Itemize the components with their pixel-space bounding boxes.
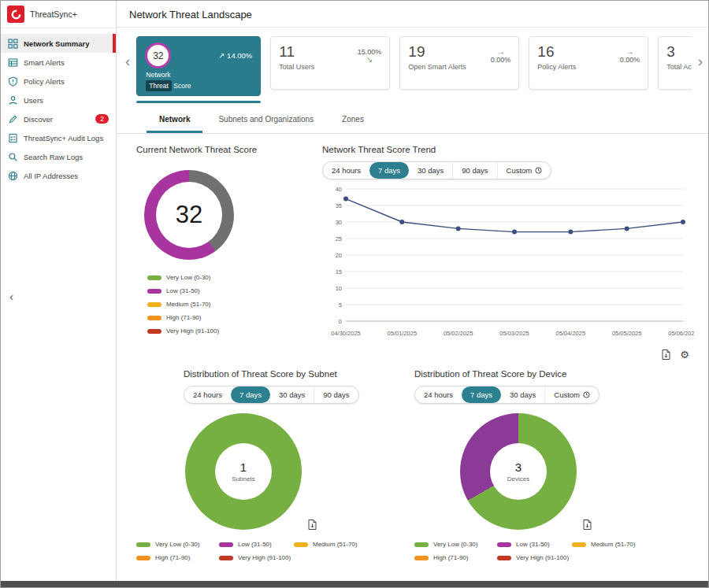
legend-swatch xyxy=(136,556,150,560)
sidebar-item-all-ip-addresses[interactable]: All IP Addresses xyxy=(1,166,116,185)
export-report-icon[interactable] xyxy=(583,520,592,530)
svg-text:05/05/2025: 05/05/2025 xyxy=(612,330,642,337)
time-range-24-hours[interactable]: 24 hours xyxy=(323,162,369,179)
time-range-custom[interactable]: Custom xyxy=(497,162,551,179)
current-threat-score-section: Current Network Threat Score 32 Very Low… xyxy=(136,145,303,360)
search-icon xyxy=(8,152,18,162)
section-title: Distribution of Threat Score by Device xyxy=(414,369,694,379)
card-policy-alerts[interactable]: 16 Policy Alerts →0.00% xyxy=(529,36,648,90)
pencil-icon xyxy=(8,114,18,124)
svg-text:20: 20 xyxy=(336,252,342,259)
threat-score-legend: Very Low (0-30) Low (31-50) Medium (51-7… xyxy=(147,274,303,335)
svg-text:35: 35 xyxy=(336,202,342,209)
legend-item: High (71-90) xyxy=(414,554,497,561)
sidebar-item-label: Network Summary xyxy=(24,39,89,48)
carousel-left-icon[interactable]: ‹ xyxy=(123,36,132,86)
legend-item: Very High (91-100) xyxy=(219,554,294,561)
sidebar-item-label: ThreatSync+ Audit Logs xyxy=(24,134,103,142)
export-report-icon[interactable] xyxy=(308,520,317,530)
settings-gear-icon[interactable]: ⚙ xyxy=(680,349,689,360)
time-range-30-days[interactable]: 30 days xyxy=(270,386,314,403)
card-label: Total Active Devices xyxy=(666,63,691,72)
time-range-30-days[interactable]: 30 days xyxy=(409,162,452,179)
time-range-7-days[interactable]: 7 days xyxy=(231,386,270,403)
sidebar-item-label: Discover xyxy=(24,115,53,124)
device-legend: Very Low (0-30) Low (31-50) Medium (51-7… xyxy=(414,541,694,561)
clock-icon xyxy=(583,391,590,398)
device-donut-center: 3 Devices xyxy=(507,460,529,483)
time-range-24-hours[interactable]: 24 hours xyxy=(415,386,462,403)
device-donut: 3 Devices xyxy=(460,413,577,530)
section-title: Current Network Threat Score xyxy=(136,145,303,154)
sidebar-item-label: Users xyxy=(24,96,43,105)
card-network-threat-score[interactable]: 32 ↗14.00% Network Threat Score xyxy=(136,36,261,96)
threat-score-trend-section: Network Threat Score Trend 24 hours 7 da… xyxy=(322,145,694,360)
user-icon xyxy=(8,95,18,105)
sidebar-item-label: Smart Alerts xyxy=(24,58,65,67)
legend-item: High (71-90) xyxy=(147,314,303,321)
trend-flat-icon: → xyxy=(491,48,511,56)
svg-text:30: 30 xyxy=(336,219,342,226)
time-range-7-days[interactable]: 7 days xyxy=(462,386,501,403)
selected-card-underline xyxy=(136,101,261,103)
brand: ThreatSync+ xyxy=(1,1,116,28)
time-range-24-hours[interactable]: 24 hours xyxy=(184,386,231,403)
distribution-by-subnet-section: Distribution of Threat Score by Subnet 2… xyxy=(136,369,414,561)
shield-alert-icon xyxy=(8,76,18,87)
grid-icon xyxy=(8,39,18,49)
tab-subnets-and-organizations[interactable]: Subnets and Organizations xyxy=(206,109,326,133)
threat-chip: Threat xyxy=(146,80,172,91)
carousel-right-icon[interactable]: › xyxy=(696,36,705,86)
legend-swatch xyxy=(414,556,429,560)
tab-network[interactable]: Network xyxy=(147,109,202,133)
card-slot-threat-score: 32 ↗14.00% Network Threat Score xyxy=(136,36,261,103)
legend-swatch xyxy=(147,302,161,307)
sidebar-item-users[interactable]: Users xyxy=(1,91,116,109)
sidebar-collapse-button[interactable]: ‹ xyxy=(9,290,13,302)
svg-text:40: 40 xyxy=(336,186,342,193)
tab-zones[interactable]: Zones xyxy=(329,109,377,133)
sidebar-item-discover[interactable]: Discover 2 xyxy=(1,109,116,128)
sidebar-nav: Network Summary Smart Alerts Policy Aler… xyxy=(1,28,116,185)
distribution-by-device-section: Distribution of Threat Score by Device 2… xyxy=(414,369,694,561)
time-range-7-days[interactable]: 7 days xyxy=(369,162,409,179)
section-title: Distribution of Threat Score by Subnet xyxy=(184,369,414,379)
sidebar-item-label: Search Raw Logs xyxy=(24,153,83,161)
time-range-custom[interactable]: Custom xyxy=(544,386,599,403)
time-range-90-days[interactable]: 90 days xyxy=(314,386,358,403)
svg-text:10: 10 xyxy=(336,285,342,292)
legend-swatch xyxy=(497,542,511,547)
sidebar-item-audit-logs[interactable]: ThreatSync+ Audit Logs xyxy=(1,128,116,147)
gauge-value: 32 xyxy=(176,201,202,229)
time-range-90-days[interactable]: 90 days xyxy=(452,162,496,179)
summary-card-carousel: ‹ 32 ↗14.00% Network Threat Score xyxy=(117,28,708,103)
card-label: Total Users xyxy=(279,63,346,72)
legend-item: Medium (51-70) xyxy=(294,541,414,548)
svg-text:0: 0 xyxy=(339,318,342,325)
clock-icon xyxy=(535,167,542,174)
subnet-legend: Very Low (0-30) Low (31-50) Medium (51-7… xyxy=(136,541,414,561)
card-total-active-devices[interactable]: 3 Total Active Devices xyxy=(658,36,691,90)
page-title: Network Threat Landscape xyxy=(117,1,708,28)
svg-text:5: 5 xyxy=(339,301,342,309)
card-open-smart-alerts[interactable]: 19 Open Smart Alerts →0.00% xyxy=(399,36,519,90)
sidebar-item-search-raw-logs[interactable]: Search Raw Logs xyxy=(1,147,116,166)
legend-swatch xyxy=(147,329,161,334)
legend-item: Very High (91-100) xyxy=(497,554,572,561)
main-content: Network Threat Landscape ‹ 32 ↗14.00% Ne… xyxy=(117,1,708,587)
legend-item: Low (31-50) xyxy=(147,287,303,294)
sidebar-item-smart-alerts[interactable]: Smart Alerts xyxy=(1,53,116,72)
card-total-users[interactable]: 11 Total Users 15.00%↘ xyxy=(270,36,390,90)
export-report-icon[interactable] xyxy=(662,349,670,360)
sidebar-item-policy-alerts[interactable]: Policy Alerts xyxy=(1,72,116,91)
sidebar-item-label: All IP Addresses xyxy=(24,172,78,180)
trend-flat-icon: → xyxy=(620,48,640,56)
svg-text:05/06/2025: 05/06/2025 xyxy=(668,330,694,337)
time-range-30-days[interactable]: 30 days xyxy=(501,386,544,403)
legend-swatch xyxy=(497,556,511,560)
legend-item: Low (31-50) xyxy=(219,541,294,548)
sidebar-item-label: Policy Alerts xyxy=(24,77,65,86)
svg-text:25: 25 xyxy=(336,235,342,242)
summary-cards: 32 ↗14.00% Network Threat Score 11 Total… xyxy=(136,36,691,103)
sidebar-item-network-summary[interactable]: Network Summary xyxy=(1,34,116,53)
